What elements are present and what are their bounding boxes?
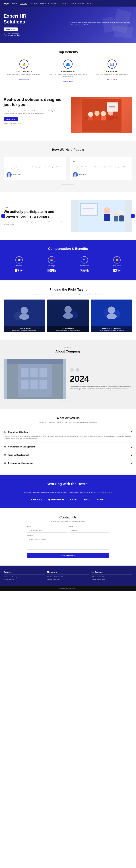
faq-answer-1: Answer: Lorem ipsum dolor sit amet, cons… xyxy=(4,435,132,440)
faq-header-2[interactable]: 02. Compensation Management ∨ xyxy=(4,445,132,448)
office-la-address: 340 Main St, Suite 123, Venice CA 90291,… xyxy=(91,576,132,581)
comp-benefits-percent: 67% xyxy=(4,268,35,273)
svg-point-16 xyxy=(8,173,10,175)
office-melbourne-title: Melbourne xyxy=(47,571,89,575)
comp-mentorship-percent: 62% xyxy=(101,268,132,273)
call-number: +0 000 000 0000 xyxy=(8,34,20,36)
comp-item-mentorship: 🤝 Mentorship 62% xyxy=(101,256,132,273)
webinars-label: BLOG xyxy=(4,207,65,208)
benefit-cost-desc: Lorem ipsum dolor sit amet, consectetur … xyxy=(4,73,44,75)
talent-body: Lorem ipsum dolor sit amet, consectetur … xyxy=(23,293,114,295)
svg-rect-30 xyxy=(114,216,118,221)
nav-landing[interactable]: LANDING xyxy=(19,3,27,5)
recruitment-icon: 🔍 xyxy=(81,256,88,264)
svg-point-19 xyxy=(74,173,76,175)
talent-card-1-label: Executive Search Lorem ipsum dolor sit a… xyxy=(4,326,45,332)
svg-rect-53 xyxy=(21,380,29,389)
about-next-button[interactable]: › xyxy=(76,368,80,372)
about-section: HISTORY About Company ‹ › xyxy=(0,340,136,409)
partner-ev3a: EV3A xyxy=(70,498,77,501)
svg-point-31 xyxy=(119,211,124,215)
faq-header-4[interactable]: 04. Performance Management ∨ xyxy=(4,462,132,465)
how-help-section: How We Help People " Lorem ipsum dolor s… xyxy=(0,141,136,192)
svg-point-37 xyxy=(19,314,29,320)
faq-header-3[interactable]: 03. Training Development ∨ xyxy=(4,454,132,456)
footer-text: ©2024 All rights reserved by ... xyxy=(59,588,77,589)
real-world-image xyxy=(71,97,132,133)
nav-team[interactable]: OUR TEAM xyxy=(40,3,49,5)
about-prev-button[interactable]: ‹ xyxy=(70,368,74,372)
comp-grid: ⭐ Benefits 67% 📚 Trainings 90% 🔍 Recruit… xyxy=(4,256,132,273)
drives-intro: Sample text. Click to edit this text blo… xyxy=(23,422,114,424)
webinars-image xyxy=(71,199,132,232)
benefit-flex-link[interactable]: LEARN MORE xyxy=(107,78,117,80)
nav-links: HOME LANDING ABOUT US OUR TEAM CONTACT P… xyxy=(12,2,92,5)
partners-logos: CROLLA ◆ BINANCE EV3A TESLA SONY xyxy=(4,498,132,501)
talent-card-3: Innovative HR Solutions Lorem ipsum dolo… xyxy=(91,300,132,332)
benefit-cost-link[interactable]: LEARN MORE xyxy=(19,78,29,80)
coins-icon: 💰 xyxy=(19,60,29,69)
svg-rect-32 xyxy=(119,215,124,221)
contact-section: Contact Us Any questions or remarks? Jus… xyxy=(0,508,136,565)
drives-section: What drives us Sample text. Click to edi… xyxy=(0,409,136,474)
nav-about[interactable]: ABOUT US xyxy=(29,3,38,5)
name-input[interactable] xyxy=(69,528,109,533)
partners-title: Working with the Bests! xyxy=(4,482,132,486)
nav-logo[interactable]: logo xyxy=(4,2,8,5)
form-row-1: Email Name xyxy=(27,526,109,533)
faq-header-1[interactable]: 01. Recruitment Staffing ∧ xyxy=(4,431,132,433)
webinar-next-button[interactable]: › xyxy=(131,214,135,218)
svg-rect-52 xyxy=(40,368,47,377)
nav-page4[interactable]: PAGE 4 xyxy=(78,3,84,5)
about-year: 2024 xyxy=(70,374,132,384)
svg-rect-56 xyxy=(7,359,63,364)
about-content: ‹ › 2024 Lorem ipsum dolor sit amet, con… xyxy=(4,359,132,399)
comp-recruitment-label: Recruitment xyxy=(69,265,100,267)
author-2: Sam Perry xyxy=(73,172,130,177)
svg-rect-28 xyxy=(104,214,110,221)
faq-title-2: 02. Compensation Management xyxy=(4,446,35,448)
call-label: Call 24hrs / 7 days xyxy=(8,33,20,34)
benefits-icon: ⭐ xyxy=(15,256,23,264)
svg-point-4 xyxy=(94,111,99,116)
comp-item-benefits: ⭐ Benefits 67% xyxy=(4,256,35,273)
faq-title-1: 01. Recruitment Staffing xyxy=(4,431,28,433)
email-input[interactable] xyxy=(27,528,67,533)
trainings-icon: 📚 xyxy=(48,256,55,264)
faq-item-2: 02. Compensation Management ∨ xyxy=(4,443,132,451)
about-nav: ‹ › xyxy=(70,368,132,372)
faq-toggle-2: ∨ xyxy=(131,445,132,448)
svg-rect-23 xyxy=(81,204,97,215)
comp-item-trainings: 📚 Trainings 90% xyxy=(36,256,67,273)
nav-page2[interactable]: PAGE 2 xyxy=(62,3,67,5)
author-2-avatar xyxy=(73,172,78,177)
benefit-exp-link[interactable]: LEARN MORE xyxy=(63,81,73,82)
nav-page3[interactable]: PAGE 3 xyxy=(70,3,76,5)
hero-call-info: 📞 Call 24hrs / 7 days +0 000 000 0000 xyxy=(4,33,66,36)
send-message-button[interactable]: SEND MESSAGE xyxy=(27,553,109,558)
drives-title: What drives us xyxy=(4,416,132,420)
people-icon: 👥 xyxy=(63,60,73,69)
real-world-read-more[interactable]: READ MORE xyxy=(4,117,17,121)
comp-benefits-title: Compensation & Benefits xyxy=(4,247,132,251)
form-row-2: Message xyxy=(27,534,109,550)
nav-contact[interactable]: CONTACT xyxy=(51,3,59,5)
real-world-title: Real-world solutions designed just for y… xyxy=(4,97,65,107)
testimonial-1: " Lorem ipsum dolor sit amet, consectetu… xyxy=(4,157,66,180)
comp-mentorship-label: Mentorship xyxy=(101,265,132,267)
talent-section: Finding the Right Talent Lorem ipsum dol… xyxy=(0,280,136,340)
webinar-prev-button[interactable]: ‹ xyxy=(1,214,5,218)
message-input[interactable] xyxy=(27,537,109,550)
message-label: Message xyxy=(27,534,109,536)
email-field: Email xyxy=(27,526,67,533)
read-more-button[interactable]: READ MORE xyxy=(4,28,17,31)
benefit-experience: 👥 EXPERIENCE Lorem ipsum dolor sit amet,… xyxy=(48,60,88,83)
author-1-name: Paul Smith xyxy=(13,174,20,176)
partners-section: Working with the Bests! Paragraph. Lorem… xyxy=(0,474,136,508)
nav-home[interactable]: HOME xyxy=(12,3,17,5)
svg-point-20 xyxy=(74,175,77,177)
about-title: About Company xyxy=(4,349,132,353)
nav-page5[interactable]: PAGE 5 xyxy=(87,3,92,5)
webinar-illustration xyxy=(78,199,125,232)
mentorship-icon: 🤝 xyxy=(114,256,121,264)
